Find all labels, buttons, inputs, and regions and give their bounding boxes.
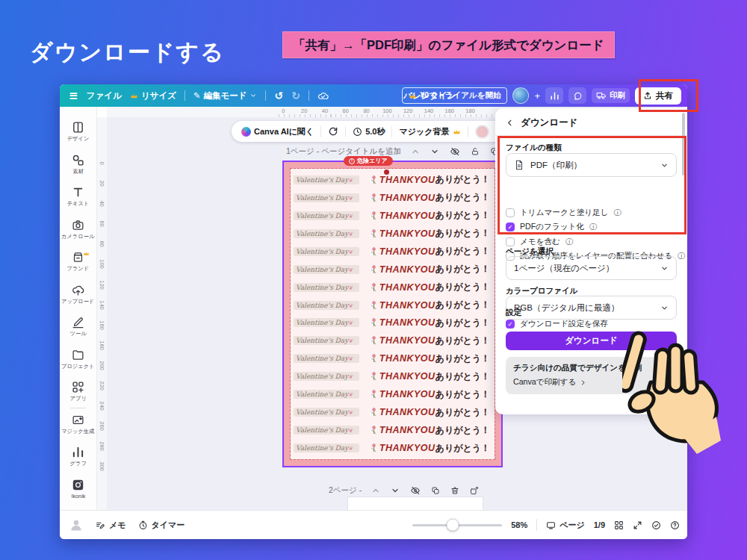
move-down-icon[interactable] xyxy=(430,147,439,156)
sidebar-item[interactable]: アップロード xyxy=(60,279,96,311)
color-swatch[interactable] xyxy=(475,125,489,139)
print-button[interactable]: 印刷 xyxy=(592,88,630,103)
hamburger-menu-icon[interactable]: ≡ xyxy=(69,89,78,102)
speech-bubble-icon xyxy=(573,91,583,101)
sidebar-item[interactable]: テキスト xyxy=(60,181,96,214)
page-select[interactable]: 1ページ（現在のページ） xyxy=(506,256,677,280)
ruler-tick-label: 240 xyxy=(97,401,108,411)
sidebar-item[interactable]: 素材 xyxy=(60,149,96,181)
highlight-share-button xyxy=(639,79,698,112)
ruler-tick-label: 300 xyxy=(97,461,108,471)
thankyou-text: THANKYOU xyxy=(379,264,436,275)
redo-icon[interactable]: ↻ xyxy=(291,90,300,102)
undo-icon[interactable]: ↺ xyxy=(274,90,283,102)
monitor-icon xyxy=(546,520,556,530)
zoom-slider[interactable] xyxy=(412,524,502,526)
sidebar-item[interactable]: プロジェクト xyxy=(60,343,96,376)
comments-button[interactable] xyxy=(568,87,586,104)
print-promo-card[interactable]: チラシ向けの品質でデザインを印刷 Canvaで印刷する xyxy=(506,357,677,394)
zoom-slider-knob[interactable] xyxy=(447,519,459,532)
crown-icon xyxy=(130,92,138,100)
sidebar-item[interactable]: アプリ xyxy=(60,376,96,408)
print-with-canva-link[interactable]: Canvaで印刷する xyxy=(513,377,669,388)
user-avatar[interactable] xyxy=(69,517,84,532)
crown-icon xyxy=(83,246,90,253)
color-profile-value: RGB（デジタル用に最適） xyxy=(514,302,619,314)
highlight-file-type-section xyxy=(498,136,686,234)
page-select-label: ページを選択 xyxy=(506,246,554,257)
tulip-icon xyxy=(370,175,378,185)
sidebar-item[interactable]: デザイン xyxy=(60,116,96,149)
duration-control[interactable]: 5.0秒 xyxy=(353,126,385,137)
download-button[interactable]: ダウンロード xyxy=(506,332,677,350)
magic-background-button[interactable]: マジック背景 xyxy=(399,126,460,137)
move-up-icon[interactable] xyxy=(411,147,420,156)
info-icon[interactable]: ⓘ xyxy=(565,237,573,247)
pages-view-button[interactable]: ページ xyxy=(546,520,585,531)
chart-icon xyxy=(72,446,84,458)
page2-title[interactable]: 2ページ - xyxy=(329,485,362,496)
valentine-label: Valentine's Day❦ xyxy=(294,283,359,292)
ruler-tick-label: 260 xyxy=(97,421,108,431)
sticker-row: Valentine's Day❦ THANKYOU ありがとう！ xyxy=(294,279,492,296)
saved-status-button[interactable] xyxy=(651,520,661,530)
duplicate-page-icon[interactable] xyxy=(431,486,440,495)
lock-icon[interactable] xyxy=(471,147,480,156)
move-up-icon[interactable] xyxy=(371,486,380,495)
ruler-tick-label: 80 xyxy=(97,239,108,249)
checkbox[interactable] xyxy=(506,237,515,246)
delete-page-icon[interactable] xyxy=(450,486,459,495)
tulip-icon xyxy=(370,317,378,328)
memo-icon xyxy=(96,520,105,530)
ikonik-icon xyxy=(72,479,84,491)
grid-view-button[interactable] xyxy=(614,520,624,530)
sidebar-item[interactable]: ツール xyxy=(60,311,96,343)
sticker-row: Valentine's Day❦ THANKYOU ありがとう！ xyxy=(294,243,492,260)
add-member-button[interactable]: + xyxy=(534,90,540,102)
arigatou-text: ありがとう！ xyxy=(436,209,490,222)
save-settings-option[interactable]: ダウンロード設定を保存 xyxy=(506,317,608,332)
page1-title[interactable]: 1ページ - ページタイトルを追加 xyxy=(286,146,401,157)
arigatou-text: ありがとう！ xyxy=(436,173,490,186)
instruction-badge: 「共有」→「PDF印刷」のファイル形式でダウンロード xyxy=(282,31,615,58)
tulip-icon xyxy=(370,264,378,275)
resize-menu[interactable]: リサイズ xyxy=(130,90,176,102)
back-chevron-icon[interactable] xyxy=(506,119,514,127)
arigatou-text: ありがとう！ xyxy=(436,335,490,347)
trial-button[interactable]: ¥0でトライアルを開始 xyxy=(402,87,508,104)
info-icon[interactable]: ⓘ xyxy=(678,251,685,261)
sidebar-item[interactable]: ブランド xyxy=(60,246,96,279)
timer-button[interactable]: タイマー xyxy=(138,520,185,531)
hide-page-icon[interactable] xyxy=(410,485,421,496)
checkbox[interactable] xyxy=(506,320,515,329)
help-button[interactable] xyxy=(670,520,680,530)
sticker-row: Valentine's Day❦ THANKYOU ありがとう！ xyxy=(294,208,492,224)
selection-handle[interactable] xyxy=(384,169,389,175)
sidebar-item[interactable]: グラフ xyxy=(60,441,96,473)
sidebar-item[interactable]: カメラロール xyxy=(60,214,96,246)
sticker-row: Valentine's Day❦ THANKYOU ありがとう！ xyxy=(294,190,492,206)
edit-mode-menu[interactable]: ✎ 編集モード xyxy=(193,90,258,102)
bar-chart-icon xyxy=(550,91,560,101)
thankyou-text: THANKYOU xyxy=(379,193,436,203)
move-down-icon[interactable] xyxy=(391,486,400,495)
ask-canva-ai-button[interactable]: Canva AIに聞く xyxy=(241,126,314,137)
tulip-icon xyxy=(370,300,378,311)
notes-button[interactable]: メモ xyxy=(96,520,126,531)
hide-page-icon[interactable] xyxy=(450,146,460,157)
file-menu[interactable]: ファイル xyxy=(87,90,122,102)
sidebar-item[interactable]: マジック生成 xyxy=(60,408,96,441)
avatar[interactable] xyxy=(512,87,529,104)
sticker-row: Valentine's Day❦ THANKYOU ありがとう！ xyxy=(294,332,492,349)
stopwatch-icon xyxy=(138,520,148,530)
refresh-icon[interactable] xyxy=(328,126,338,137)
arigatou-text: ありがとう！ xyxy=(436,424,490,437)
design-page-1[interactable]: Valentine's Day❦ THANKYOU ありがとう！ Valenti… xyxy=(282,161,503,467)
add-page-icon[interactable] xyxy=(470,486,479,495)
ruler-tick-label: 0 xyxy=(97,158,108,168)
thankyou-text: THANKYOU xyxy=(379,300,436,311)
thankyou-text: THANKYOU xyxy=(379,228,436,239)
insights-button[interactable] xyxy=(545,87,563,104)
fullscreen-button[interactable] xyxy=(633,520,642,530)
sidebar-item[interactable]: Ikonik xyxy=(60,473,96,506)
